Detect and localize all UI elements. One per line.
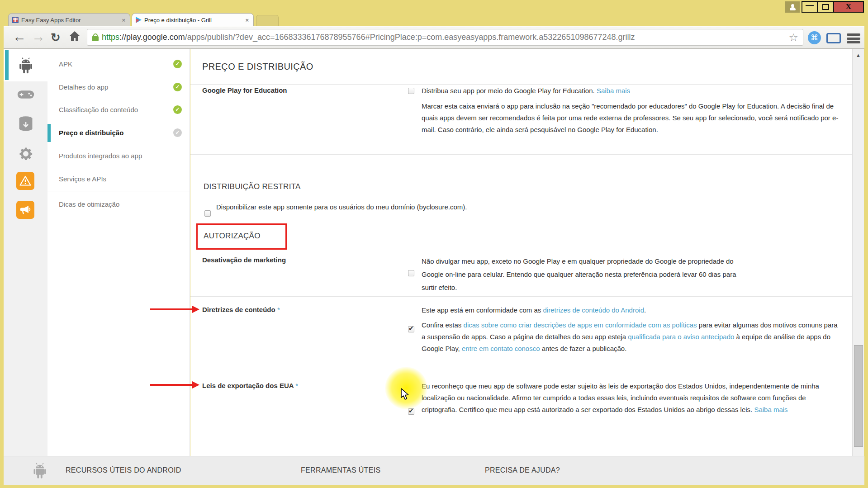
education-help-text: Marcar esta caixa enviará o app para inc… [422, 100, 843, 136]
strip-item-reports[interactable] [4, 116, 47, 133]
menu-icon [847, 33, 860, 36]
reload-button[interactable]: ↻ [51, 27, 61, 48]
restricted-distribution-title: DISTRIBUIÇÃO RESTRITA [204, 182, 301, 191]
strip-item-settings[interactable] [4, 146, 47, 162]
android-icon [17, 56, 34, 74]
maximize-icon [822, 4, 829, 10]
contact-us-link[interactable]: entre em contato conosco [462, 345, 540, 352]
home-icon [69, 31, 81, 42]
android-guidelines-link[interactable]: diretrizes de conteúdo do Android [543, 306, 644, 314]
https-lock-icon [92, 36, 99, 41]
content-guidelines-label: Diretrizes de conteúdo * [202, 306, 280, 313]
chrome-menu-button[interactable] [847, 33, 860, 43]
close-icon: X [846, 2, 851, 11]
scroll-up-icon[interactable]: ▲ [853, 52, 864, 58]
tab-preco-e-distribuicao[interactable]: Preço e distribuição - Grill × [132, 13, 254, 26]
person-icon [790, 4, 795, 10]
close-button[interactable]: X [833, 1, 864, 13]
grid-favicon-icon [12, 17, 19, 23]
content-guidelines-checkbox[interactable] [408, 326, 414, 332]
education-checkbox-text: Distribua seu app por meio do Google Pla… [422, 85, 630, 97]
extension-clover-button[interactable]: ⌘ [808, 31, 821, 44]
advance-notice-link[interactable]: qualificada para o aviso antecipado [628, 333, 734, 341]
database-icon [18, 116, 33, 133]
mouse-cursor-icon [400, 388, 410, 403]
strip-item-games[interactable] [4, 89, 47, 100]
saiba-mais-link[interactable]: Saiba mais [754, 406, 787, 413]
gear-icon [18, 146, 34, 162]
megaphone-icon [19, 204, 31, 215]
new-tab-button[interactable] [256, 15, 279, 27]
tips-link[interactable]: dicas sobre como criar descrições de app… [464, 321, 697, 329]
maximize-button[interactable] [817, 1, 834, 13]
minimize-button[interactable]: — [802, 1, 818, 13]
tab-close-icon[interactable]: × [121, 17, 126, 24]
export-laws-checkbox[interactable] [408, 408, 414, 415]
footer-link-ferramentas[interactable]: FERRAMENTAS ÚTEIS [301, 466, 380, 474]
education-label: Google Play for Education [202, 86, 287, 94]
page-scrollbar[interactable]: ▲ ▼ [852, 49, 864, 485]
marketing-optout-label: Desativação de marketing [202, 256, 286, 264]
marketing-optout-text: Não divulgar meu app, exceto no Google P… [422, 255, 743, 294]
authorization-title: AUTORIZAÇÃO [204, 232, 261, 241]
sidebar-item-preco-e-distribuicao[interactable]: Preço e distribuição [47, 124, 190, 142]
clover-icon: ⌘ [811, 33, 818, 43]
sidebar-item-classificacao-do-conteudo[interactable]: Classificação do conteúdo [47, 101, 190, 119]
forward-button[interactable]: → [32, 26, 45, 47]
divider [190, 154, 852, 155]
divider [47, 191, 190, 191]
page-title: PREÇO E DISTRIBUIÇÃO [202, 62, 313, 72]
status-badge-done: ✓ [173, 60, 182, 68]
required-asterisk: * [295, 382, 298, 389]
minimize-icon: — [806, 0, 814, 10]
sidebar-item-servicos-e-apis[interactable]: Serviços e APIs [47, 170, 190, 188]
divider [190, 84, 852, 85]
sidebar-item-produtos-integrados[interactable]: Produtos integrados ao app [47, 147, 190, 165]
divider [190, 296, 852, 297]
url-text: https://play.google.com/apps/publish/?de… [102, 33, 785, 42]
status-badge-done: ✓ [173, 105, 182, 114]
annotation-arrow [150, 384, 193, 386]
scrollbar-thumb[interactable] [854, 345, 863, 447]
footer-link-recursos[interactable]: RECURSOS ÚTEIS DO ANDROID [66, 466, 181, 474]
bookmark-star-icon[interactable]: ☆ [788, 31, 798, 44]
tab-title: Easy Easy Apps Editor [21, 17, 118, 24]
strip-item-announcements[interactable] [16, 201, 34, 219]
restricted-distribution-text: Disponibilizar este app somente para os … [216, 201, 467, 213]
extension-presentation-button[interactable] [826, 33, 841, 43]
app-icon-strip [4, 49, 47, 456]
content-guidelines-help: Confira estas dicas sobre como criar des… [422, 319, 843, 355]
game-controller-icon [17, 89, 34, 100]
strip-item-apk-active[interactable] [4, 49, 47, 81]
warning-triangle-icon [19, 175, 31, 186]
export-laws-label: Leis de exportação dos EUA * [202, 382, 298, 389]
status-badge-pending: ✓ [173, 128, 182, 137]
tab-easy-easy-apps-editor[interactable]: Easy Easy Apps Editor × [8, 13, 130, 26]
google-play-favicon-icon [136, 17, 142, 23]
sidebar-item-apk[interactable]: APK [47, 55, 190, 73]
education-checkbox[interactable] [408, 88, 414, 94]
home-button[interactable] [69, 31, 81, 43]
restricted-distribution-checkbox[interactable] [204, 210, 211, 217]
android-footer-icon [32, 461, 48, 481]
annotation-arrow [150, 308, 193, 310]
required-asterisk: * [277, 306, 280, 313]
back-button[interactable]: ← [13, 26, 26, 47]
sidebar-item-dicas-de-otimizacao[interactable]: Dicas de otimização [47, 195, 190, 213]
sidebar-item-detalhes-do-app[interactable]: Detalhes do app [47, 78, 190, 96]
strip-item-alerts[interactable] [16, 172, 34, 190]
footer-link-ajuda[interactable]: PRECISA DE AJUDA? [485, 466, 560, 474]
content-guidelines-text: Este app está em conformidade com as dir… [422, 304, 646, 316]
export-laws-text: Eu reconheço que meu app de software pod… [422, 380, 843, 416]
saiba-mais-link[interactable]: Saiba mais [597, 87, 630, 95]
profile-button[interactable] [785, 1, 800, 13]
tab-close-icon[interactable]: × [244, 17, 250, 24]
address-bar[interactable]: https://play.google.com/apps/publish/?de… [87, 29, 803, 46]
tab-title: Preço e distribuição - Grill [144, 17, 242, 24]
app-sidebar: APK ✓ Detalhes do app ✓ Classificação do… [47, 49, 190, 456]
marketing-optout-checkbox[interactable] [408, 270, 414, 276]
status-badge-done: ✓ [173, 83, 182, 91]
